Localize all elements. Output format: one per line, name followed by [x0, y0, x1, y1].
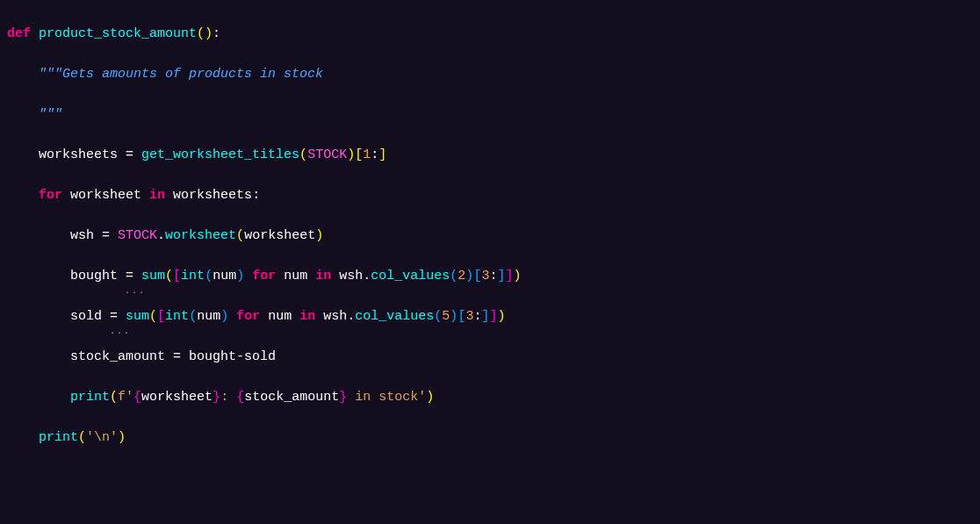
code-line-7[interactable]: bought = sum([int(num) for num in wsh.co… — [7, 266, 980, 286]
docstring: """Gets amounts of products in stock — [39, 67, 323, 82]
lint-hint-icon: ... — [125, 281, 146, 301]
keyword-def: def — [7, 26, 31, 41]
constant: STOCK — [118, 228, 157, 243]
docstring: """ — [39, 107, 62, 122]
keyword-for: for — [39, 188, 62, 203]
keyword-in: in — [149, 188, 165, 203]
code-line-5[interactable]: for worksheet in worksheets: — [7, 185, 980, 205]
paren-open: ( — [197, 26, 205, 41]
lint-hint-icon: ... — [110, 321, 131, 341]
string-literal: '\n' — [86, 430, 118, 445]
code-line-4[interactable]: worksheets = get_worksheet_titles(STOCK)… — [7, 145, 980, 165]
constant: STOCK — [307, 147, 347, 162]
paren-close: ) — [205, 26, 213, 41]
method-call: worksheet — [165, 228, 236, 243]
builtin-print: print — [70, 390, 110, 405]
code-editor[interactable]: def product_stock_amount(): """Gets amou… — [0, 4, 980, 524]
code-line-blank[interactable] — [7, 468, 980, 488]
code-line-8[interactable]: sold = sum([int(num) for num in wsh.col_… — [7, 306, 980, 327]
code-line-11[interactable]: print('\n') — [7, 427, 980, 448]
variable: worksheets — [39, 147, 126, 162]
code-line-2[interactable]: """Gets amounts of products in stock — [7, 64, 980, 84]
builtin-int: int — [181, 269, 205, 284]
code-line-10[interactable]: print(f'{worksheet}: {stock_amount} in s… — [7, 387, 980, 407]
builtin-print: print — [39, 430, 78, 445]
code-line-1[interactable]: def product_stock_amount(): — [7, 24, 980, 44]
code-line-blank[interactable] — [7, 508, 980, 524]
code-line-9[interactable]: stock_amount = bought-sold — [7, 347, 980, 367]
code-line-6[interactable]: wsh = STOCK.worksheet(worksheet) — [7, 226, 980, 246]
variable: wsh — [70, 228, 102, 243]
code-line-3[interactable]: """ — [7, 104, 980, 125]
function-name: product_stock_amount — [39, 26, 197, 41]
variable: sold — [70, 309, 110, 324]
variable: stock_amount — [70, 349, 173, 364]
variable: bought — [70, 269, 126, 284]
number-literal: 1 — [363, 147, 371, 162]
function-call: get_worksheet_titles — [141, 147, 299, 162]
